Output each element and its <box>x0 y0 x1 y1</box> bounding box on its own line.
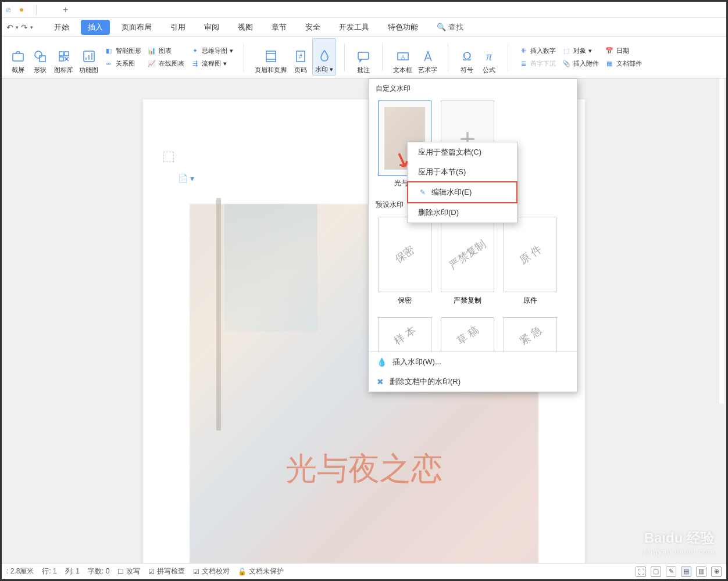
header-footer-icon <box>263 48 279 64</box>
object-icon: ⬚ <box>562 46 571 55</box>
icon-lib-button[interactable]: 图标库 <box>52 38 76 76</box>
shape-button[interactable]: 形状 <box>30 38 51 76</box>
divider <box>382 44 383 71</box>
page-number-button[interactable]: # 页码 <box>290 38 311 76</box>
preset-sample[interactable]: 样 本 <box>378 317 431 352</box>
tab-reference[interactable]: 引用 <box>163 20 192 35</box>
tab-dev-tools[interactable]: 开发工具 <box>332 20 376 35</box>
preset-confidential[interactable]: 保密 保密 <box>378 217 431 308</box>
menu-delete-watermark[interactable]: 删除水印(D) <box>408 203 517 223</box>
divider <box>508 44 508 71</box>
watermark-text: 光与夜之恋 <box>286 448 442 490</box>
undo-dropdown[interactable]: ▾ <box>16 24 19 30</box>
redo-button[interactable]: ↷ <box>21 23 28 32</box>
document-area: 📄 ▾ 光与夜之恋 <box>2 78 726 563</box>
textbox-icon: A <box>395 48 411 64</box>
page-bookmark-icon[interactable]: 📄 ▾ <box>178 174 194 183</box>
svg-rect-9 <box>358 52 369 59</box>
func-chart-button[interactable]: 功能图 <box>77 38 101 76</box>
scrollbar[interactable] <box>719 78 724 404</box>
tab-insert[interactable]: 插入 <box>81 20 110 35</box>
dropcap-icon: ≣ <box>519 59 528 68</box>
watermark-button[interactable]: 水印 ▾ <box>312 38 336 76</box>
menu-edit-watermark[interactable]: ✎编辑水印(E) <box>407 181 518 203</box>
tab-view[interactable]: 视图 <box>231 20 260 35</box>
edit-mode-icon[interactable]: ✎ <box>666 566 676 577</box>
number-icon: ⁜ <box>519 46 528 55</box>
undo-button[interactable]: ↶ <box>6 23 13 32</box>
edit-icon: ✎ <box>419 188 427 196</box>
tab-security[interactable]: 安全 <box>298 20 327 35</box>
shape-icon <box>32 48 48 64</box>
equation-button[interactable]: π 公式 <box>479 38 499 76</box>
web-view-icon[interactable]: ⊕ <box>711 566 722 577</box>
watermark-context-menu: 应用于整篇文档(C) 应用于本节(S) ✎编辑水印(E) 删除水印(D) <box>407 142 518 223</box>
sb-spellcheck[interactable]: ☑拼写检查 <box>148 566 185 576</box>
doc-parts-button[interactable]: ▦文档部件 <box>602 58 644 69</box>
preset-urgent[interactable]: 紧 急 <box>504 317 557 352</box>
reading-view-icon[interactable]: ▢ <box>651 566 661 577</box>
mindmap-icon: ✦ <box>190 46 199 55</box>
insert-number-button[interactable]: ⁜插入数字 <box>516 45 558 56</box>
icon-lib-icon <box>56 48 72 64</box>
annotation-button[interactable]: 批注 <box>353 38 374 76</box>
preset-draft[interactable]: 草 稿 <box>441 317 494 352</box>
date-button[interactable]: 📅日期 <box>602 45 644 56</box>
screenshot-button[interactable]: 截屏 <box>8 38 28 76</box>
redo-dropdown[interactable]: ▾ <box>30 24 33 30</box>
outline-view-icon[interactable]: ▥ <box>696 566 706 577</box>
chart-button[interactable]: 📊图表 <box>145 45 187 56</box>
tab-chapter[interactable]: 章节 <box>265 20 294 35</box>
doc-parts-icon: ▦ <box>605 59 614 68</box>
flowchart-icon: ⇶ <box>190 59 199 68</box>
symbol-button[interactable]: Ω 符号 <box>456 38 477 76</box>
textbox-button[interactable]: A 文本框 <box>391 38 415 76</box>
online-chart-button[interactable]: 📈在线图表 <box>145 58 187 69</box>
header-footer-button[interactable]: 页眉和页脚 <box>252 38 289 76</box>
wordart-icon <box>420 48 436 64</box>
tab-indicator-icon: ⎚ <box>6 6 10 14</box>
relation-button[interactable]: ∞关系图 <box>102 58 144 69</box>
sb-protection[interactable]: 🔓文档未保护 <box>238 566 284 576</box>
menu-apply-section[interactable]: 应用于本节(S) <box>408 162 517 182</box>
modified-dot-icon <box>20 8 23 12</box>
svg-text:A: A <box>401 54 405 60</box>
relation-icon: ∞ <box>104 59 113 68</box>
wordart-button[interactable]: 艺术字 <box>416 38 440 76</box>
svg-rect-0 <box>13 53 23 61</box>
symbol-icon: Ω <box>459 48 475 64</box>
remove-icon: ✖ <box>377 377 384 386</box>
tab-start[interactable]: 开始 <box>47 20 76 35</box>
attachment-button[interactable]: 📎插入附件 <box>559 58 601 69</box>
date-icon: 📅 <box>605 46 614 55</box>
tab-page-layout[interactable]: 页面布局 <box>115 20 159 35</box>
sb-words[interactable]: 字数: 0 <box>88 566 109 576</box>
fullscreen-icon[interactable]: ⛶ <box>636 566 646 577</box>
insert-watermark-action[interactable]: 💧插入水印(W)... <box>369 352 577 372</box>
ribbon-toolbar: 截屏 形状 图标库 功能图 ◧智能图形 ∞关系图 📊图表 📈在线图表 ✦思维导图… <box>2 37 726 78</box>
preset-original[interactable]: 原 件 原件 <box>504 217 557 308</box>
smart-graphics-icon: ◧ <box>104 46 113 55</box>
remove-watermark-action[interactable]: ✖删除文档中的水印(R) <box>369 372 577 392</box>
flowchart-button[interactable]: ⇶流程图 ▾ <box>188 58 235 69</box>
smart-graphics-button[interactable]: ◧智能图形 <box>102 45 144 56</box>
chart-icon: 📊 <box>147 46 156 55</box>
search-icon: 🔍 <box>437 23 446 31</box>
preset-no-copy[interactable]: 严禁复制 严禁复制 <box>441 217 494 308</box>
tab-review[interactable]: 审阅 <box>197 20 226 35</box>
equation-icon: π <box>481 48 497 64</box>
search-box[interactable]: 🔍 查找 <box>437 22 463 33</box>
sb-proofread[interactable]: ☑文档校对 <box>193 566 230 576</box>
mindmap-button[interactable]: ✦思维导图 ▾ <box>188 45 235 56</box>
page-view-icon[interactable]: ▤ <box>681 566 691 577</box>
menu-apply-doc[interactable]: 应用于整篇文档(C) <box>408 142 517 162</box>
sb-revise[interactable]: ☐改写 <box>117 566 140 576</box>
titlebar: ⎚ │ + <box>2 2 726 18</box>
ribbon-tabs: ↶ ▾ ↷ ▾ 开始 插入 页面布局 引用 审阅 视图 章节 安全 开发工具 特… <box>2 18 726 37</box>
tab-special[interactable]: 特色功能 <box>381 20 425 35</box>
dropcap-button[interactable]: ≣首字下沉 <box>516 58 558 69</box>
new-tab-button[interactable]: + <box>63 5 68 15</box>
sb-col[interactable]: 列: 1 <box>65 566 80 576</box>
sb-line[interactable]: 行: 1 <box>42 566 56 576</box>
object-button[interactable]: ⬚对象 ▾ <box>559 45 601 56</box>
